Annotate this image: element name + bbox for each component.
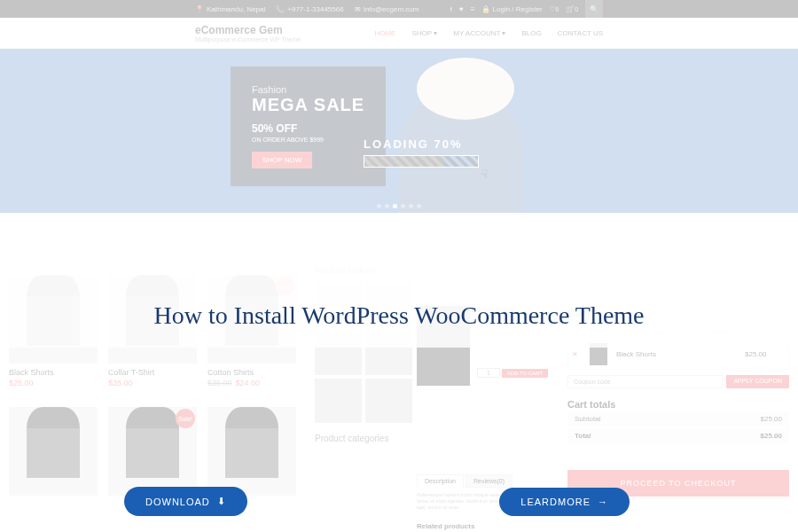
progress-bar: [364, 155, 479, 168]
product-card[interactable]: [207, 398, 296, 496]
cart-totals-heading: Cart totals: [567, 399, 789, 410]
nav-account[interactable]: MY ACCOUNT ▾: [453, 29, 505, 37]
remove-item-button[interactable]: ✕: [572, 350, 590, 358]
email: ✉ Info@ecgem.com: [355, 5, 419, 13]
rss-icon[interactable]: ≡: [471, 5, 475, 13]
gallery-thumb[interactable]: [365, 379, 412, 423]
cursor-icon: ☟: [481, 167, 489, 181]
shop-now-button[interactable]: SHOP NOW: [252, 152, 312, 168]
cart-item-name[interactable]: Black Shorts: [607, 350, 745, 358]
twitter-icon[interactable]: ♥: [459, 5, 464, 13]
download-button[interactable]: DOWNLOAD ⬇: [124, 487, 247, 516]
page-title: How to Install WordPress WooCommerce The…: [0, 266, 798, 348]
phone: 📞 +977-1-33445566: [276, 5, 343, 13]
add-to-cart-button[interactable]: ADD TO CART: [502, 369, 548, 378]
search-icon[interactable]: 🔍: [585, 0, 603, 18]
location: 📍 Kathmandu, Nepal: [195, 5, 265, 13]
facebook-icon[interactable]: f: [450, 5, 452, 13]
loading-label: LOADING 70%: [364, 137, 463, 151]
cart-item-price: $25.00: [745, 350, 785, 358]
gallery-thumb[interactable]: [315, 379, 362, 423]
total-row: Total$25.00: [567, 428, 789, 443]
hero-model-image: [372, 49, 550, 213]
tab-description[interactable]: Description: [417, 474, 464, 488]
quantity-stepper[interactable]: 1: [477, 368, 500, 378]
categories-heading: Product categories: [315, 434, 412, 443]
header: eCommerce Gem Multipurpose e-Commerce WP…: [0, 18, 798, 49]
minicart-icon[interactable]: 🛒0: [566, 5, 578, 13]
coupon-input[interactable]: [567, 375, 723, 388]
topbar: 📍 Kathmandu, Nepal 📞 +977-1-33445566 ✉ I…: [0, 0, 798, 18]
product-card[interactable]: [9, 398, 98, 496]
promo-card: Fashion MEGA SALE 50% OFF ON ORDER ABOVE…: [231, 66, 386, 186]
arrow-right-icon: →: [598, 497, 608, 507]
nav-blog[interactable]: BLOG: [522, 29, 542, 37]
download-icon: ⬇: [217, 496, 226, 507]
product-card[interactable]: Sale!: [108, 398, 197, 496]
subtotal-row: Subtotal$25.00: [567, 411, 789, 426]
tab-reviews[interactable]: Reviews(0): [466, 474, 512, 488]
wishlist-icon[interactable]: ♡0: [550, 5, 559, 13]
nav-shop[interactable]: SHOP ▾: [411, 29, 437, 37]
logo[interactable]: eCommerce Gem Multipurpose e-Commerce WP…: [195, 24, 301, 43]
apply-coupon-button[interactable]: APPLY COUPON: [726, 375, 789, 388]
login-link[interactable]: 🔒 Login / Register: [481, 5, 542, 13]
hero-banner: Fashion MEGA SALE 50% OFF ON ORDER ABOVE…: [0, 49, 798, 213]
main-nav: HOME SHOP ▾ MY ACCOUNT ▾ BLOG CONTACT US: [374, 29, 603, 37]
product-grid-panel: Black Shorts $25.00 Collar T-Shirt $35.0…: [0, 213, 426, 496]
nav-home[interactable]: HOME: [374, 29, 395, 37]
related-heading: Related products: [417, 522, 559, 530]
nav-contact[interactable]: CONTACT US: [558, 29, 603, 37]
learnmore-button[interactable]: LEARDMORE →: [499, 488, 630, 516]
slider-dots[interactable]: [377, 204, 421, 208]
